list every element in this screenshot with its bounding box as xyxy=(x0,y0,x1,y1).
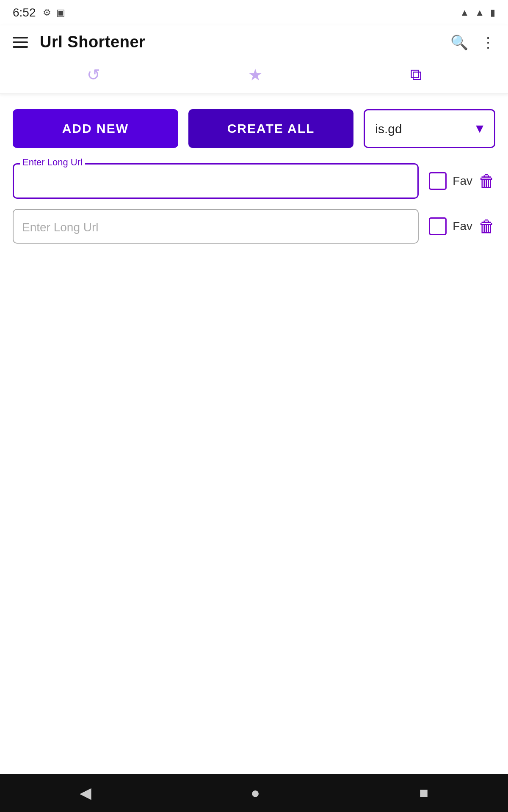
status-icons: ⚙ ▣ xyxy=(43,7,65,18)
url-field-inactive-wrapper xyxy=(13,209,419,244)
app-bar-actions: 🔍 ⋮ xyxy=(450,34,495,51)
bottom-nav: ◀ ● ■ xyxy=(0,774,508,812)
status-left: 6:52 ⚙ ▣ xyxy=(13,6,65,19)
app-bar-top: Url Shortener 🔍 ⋮ xyxy=(13,33,495,51)
home-button[interactable]: ● xyxy=(251,784,260,802)
back-icon: ◀ xyxy=(80,784,91,802)
tab-bar: ↺ ★ ⧉ xyxy=(13,58,495,89)
app-title: Url Shortener xyxy=(40,33,145,51)
search-icon[interactable]: 🔍 xyxy=(450,34,468,51)
more-options-icon[interactable]: ⋮ xyxy=(481,34,495,51)
battery-icon: ▮ xyxy=(490,7,495,18)
fav-section-1: Fav 🗑 xyxy=(429,172,495,191)
url-input-2[interactable] xyxy=(22,217,409,238)
tab-favorites[interactable]: ★ xyxy=(231,62,279,88)
signal-icon: ▲ xyxy=(475,7,484,18)
main-content: ADD NEW CREATE ALL is.gd tinyurl.com bit… xyxy=(0,94,508,244)
url-row-1: Enter Long Url Fav 🗑 xyxy=(13,163,495,199)
url-field-active-wrapper: Enter Long Url xyxy=(13,163,419,199)
delete-icon-1[interactable]: 🗑 xyxy=(478,172,495,191)
favorites-icon: ★ xyxy=(248,66,262,84)
add-new-button[interactable]: ADD NEW xyxy=(13,109,178,148)
service-dropdown[interactable]: is.gd tinyurl.com bit.ly v.gd xyxy=(364,109,495,148)
tab-history[interactable]: ↺ xyxy=(70,62,117,88)
app-bar-left: Url Shortener xyxy=(13,33,145,51)
action-row: ADD NEW CREATE ALL is.gd tinyurl.com bit… xyxy=(13,109,495,148)
fav-label-2: Fav xyxy=(453,219,472,233)
history-icon: ↺ xyxy=(87,66,100,84)
fav-checkbox-1[interactable] xyxy=(429,172,447,190)
create-all-button[interactable]: CREATE ALL xyxy=(188,109,354,148)
wifi-icon: ▲ xyxy=(460,7,469,18)
delete-icon-2[interactable]: 🗑 xyxy=(478,217,495,236)
fav-label-1: Fav xyxy=(453,174,472,188)
status-bar: 6:52 ⚙ ▣ ▲ ▲ ▮ xyxy=(0,0,508,25)
url-field-label-1: Enter Long Url xyxy=(20,157,85,168)
fav-section-2: Fav 🗑 xyxy=(429,217,495,236)
sim-icon: ▣ xyxy=(56,7,65,18)
url-input-1[interactable] xyxy=(22,172,409,192)
copy-icon: ⧉ xyxy=(410,66,422,84)
menu-button[interactable] xyxy=(13,37,28,48)
fav-checkbox-2[interactable] xyxy=(429,217,447,235)
home-icon: ● xyxy=(251,784,260,802)
service-dropdown-wrapper: is.gd tinyurl.com bit.ly v.gd ▼ xyxy=(364,109,495,148)
back-button[interactable]: ◀ xyxy=(80,784,91,802)
status-right: ▲ ▲ ▮ xyxy=(460,7,495,18)
recents-icon: ■ xyxy=(419,784,428,802)
settings-icon: ⚙ xyxy=(43,7,51,18)
recents-button[interactable]: ■ xyxy=(419,784,428,802)
app-bar: Url Shortener 🔍 ⋮ ↺ ★ ⧉ xyxy=(0,25,508,94)
status-time: 6:52 xyxy=(13,6,36,19)
tab-copy[interactable]: ⧉ xyxy=(393,62,439,88)
url-row-2: Fav 🗑 xyxy=(13,209,495,244)
